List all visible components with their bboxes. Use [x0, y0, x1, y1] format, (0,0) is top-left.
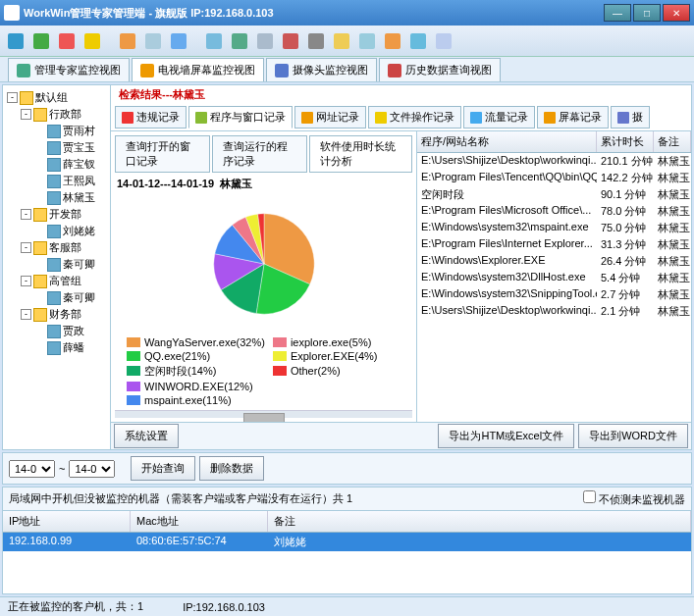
bottom-header: 局域网中开机但没被监控的机器（需装客户端或客户端没有在运行）共 1 [9, 491, 583, 506]
legend-item [273, 381, 400, 392]
tool-10[interactable] [253, 29, 277, 53]
tree-panel: -默认组-行政部贾雨村贾宝玉薛宝钗王熙凤林黛玉-开发部刘姥姥-客服部秦可卿-高管… [3, 85, 111, 449]
legend-item: iexplore.exe(5%) [273, 336, 400, 348]
status-left: 正在被监控的客户机，共：1 [8, 599, 143, 614]
h-scrollbar[interactable] [115, 410, 412, 418]
table-row[interactable]: 192.168.0.99 08:60:6E:57:5C:74 刘姥姥 [3, 533, 691, 551]
tool-8[interactable] [202, 29, 226, 53]
minimize-button[interactable]: — [604, 4, 631, 22]
tool-9[interactable] [228, 29, 251, 53]
tree-node[interactable]: 贾宝玉 [7, 139, 106, 156]
tree-node[interactable]: 林黛玉 [7, 189, 106, 206]
bottom-controls: 系统设置 导出为HTM或Excel文件 导出到WORD文件 [111, 422, 691, 449]
data-row[interactable]: E:\Windows\Explorer.EXE26.4 分钟林黛玉 [417, 253, 691, 270]
tool-13[interactable] [330, 29, 353, 53]
sub-tab-5[interactable]: 屏幕记录 [537, 106, 609, 128]
tool-11[interactable] [279, 29, 302, 53]
legend-item: Explorer.EXE(4%) [273, 350, 400, 362]
data-row[interactable]: E:\Program Files\Tencent\QQ\bin\QQ...142… [417, 170, 691, 186]
sub-tab-3[interactable]: 文件操作记录 [368, 106, 461, 128]
export-htm-button[interactable]: 导出为HTM或Excel文件 [438, 424, 574, 448]
sub-tabs: 违规记录程序与窗口记录网址记录文件操作记录流量记录屏幕记录摄 [111, 104, 691, 131]
col-note[interactable]: 备注 [654, 131, 691, 152]
date-to-select[interactable]: 14-0 [69, 460, 115, 478]
main-tab-3[interactable]: 历史数据查询视图 [379, 58, 501, 81]
main-tabs: 管理专家监控视图电视墙屏幕监控视图摄像头监控视图历史数据查询视图 [0, 57, 694, 82]
data-row[interactable]: E:\Users\Shijize\Desktop\workwinqi...2.1… [417, 303, 691, 320]
tree-node[interactable]: 王熙凤 [7, 173, 106, 189]
sub-tab-0[interactable]: 违规记录 [115, 106, 187, 128]
opt-tab-1[interactable]: 查询运行的程序记录 [212, 135, 307, 173]
legend-item: WangYaServer.exe(32%) [127, 336, 265, 348]
window-title: WorkWin管理专家管理端 - 旗舰版 IP:192.168.0.103 [24, 6, 604, 21]
no-detect-checkbox[interactable]: 不侦测未监视机器 [583, 490, 685, 507]
date-from-select[interactable]: 14-0 [9, 460, 55, 478]
date-range: 14-01-12---14-01-19 林黛玉 [115, 173, 412, 195]
tool-6[interactable] [141, 29, 165, 53]
tool-14[interactable] [355, 29, 379, 53]
titlebar: WorkWin管理专家管理端 - 旗舰版 IP:192.168.0.103 — … [0, 0, 694, 26]
sub-tab-1[interactable]: 程序与窗口记录 [188, 106, 293, 128]
start-query-button[interactable]: 开始查询 [131, 456, 195, 481]
col-remark[interactable]: 备注 [268, 511, 691, 532]
data-row[interactable]: E:\Users\Shijize\Desktop\workwinqi...210… [417, 153, 691, 170]
col-ip[interactable]: IP地址 [3, 511, 131, 532]
tree-node[interactable]: 秦可卿 [7, 256, 106, 273]
tree-node[interactable]: -财务部 [7, 306, 106, 323]
tree-node[interactable]: -客服部 [7, 239, 106, 256]
data-row[interactable]: 空闲时段90.1 分钟林黛玉 [417, 186, 691, 203]
tool-16[interactable] [406, 29, 430, 53]
search-result: 检索结果---林黛玉 [111, 85, 691, 104]
main-tab-0[interactable]: 管理专家监控视图 [8, 58, 130, 81]
tool-7[interactable] [167, 29, 190, 53]
maximize-button[interactable]: □ [633, 4, 661, 22]
legend-item: 空闲时段(14%) [127, 364, 265, 379]
data-row[interactable]: E:\Program Files\Internet Explorer...31.… [417, 236, 691, 253]
delete-data-button[interactable]: 删除数据 [199, 456, 264, 481]
tool-12[interactable] [304, 29, 328, 53]
opt-tab-0[interactable]: 查询打开的窗口记录 [115, 135, 210, 173]
data-row[interactable]: E:\Windows\system32\DllHost.exe5.4 分钟林黛玉 [417, 270, 691, 286]
tree-node[interactable]: 薛宝钗 [7, 156, 106, 173]
tool-4[interactable] [80, 29, 104, 53]
opt-tab-2[interactable]: 软件使用时长统计分析 [309, 135, 412, 173]
pie-chart [156, 201, 372, 327]
col-mac[interactable]: Mac地址 [131, 511, 268, 532]
chart-area: 查询打开的窗口记录查询运行的程序记录软件使用时长统计分析 14-01-12---… [111, 131, 416, 422]
tree-node[interactable]: 薛蟠 [7, 339, 106, 356]
tool-5[interactable] [116, 29, 139, 53]
tool-3[interactable] [55, 29, 79, 53]
data-row[interactable]: E:\Windows\system32\mspaint.exe75.0 分钟林黛… [417, 220, 691, 236]
data-row[interactable]: E:\Windows\system32\SnippingTool.exe2.7 … [417, 286, 691, 303]
tree-node[interactable]: -开发部 [7, 206, 106, 223]
content-area: 检索结果---林黛玉 违规记录程序与窗口记录网址记录文件操作记录流量记录屏幕记录… [111, 85, 691, 449]
tool-2[interactable] [29, 29, 53, 53]
sub-tab-6[interactable]: 摄 [611, 106, 650, 128]
legend-item: Other(2%) [273, 364, 400, 379]
tree-node[interactable]: 贾雨村 [7, 123, 106, 139]
legend-item: WINWORD.EXE(12%) [127, 381, 265, 392]
tree-node[interactable]: 贾政 [7, 323, 106, 339]
tree-node[interactable]: 刘姥姥 [7, 223, 106, 239]
data-row[interactable]: E:\Program Files\Microsoft Office\...78.… [417, 203, 691, 220]
sub-tab-2[interactable]: 网址记录 [294, 106, 366, 128]
col-program[interactable]: 程序/网站名称 [417, 131, 597, 152]
tree-node[interactable]: -默认组 [7, 89, 106, 106]
tool-15[interactable] [381, 29, 404, 53]
syscfg-button[interactable]: 系统设置 [114, 424, 179, 448]
tree-node[interactable]: 秦可卿 [7, 289, 106, 306]
col-time[interactable]: 累计时长 [597, 131, 654, 152]
app-icon [4, 5, 20, 21]
tool-1[interactable] [4, 29, 27, 53]
main-tab-1[interactable]: 电视墙屏幕监控视图 [132, 58, 264, 81]
close-button[interactable]: ✕ [663, 4, 690, 22]
legend-item: mspaint.exe(11%) [127, 394, 265, 406]
tree-node[interactable]: -高管组 [7, 273, 106, 289]
tree-node[interactable]: -行政部 [7, 106, 106, 123]
legend: WangYaServer.exe(32%)iexplore.exe(5%)QQ.… [115, 333, 412, 410]
status-bar: 正在被监控的客户机，共：1 IP:192.168.0.103 [0, 596, 694, 616]
export-word-button[interactable]: 导出到WORD文件 [578, 424, 688, 448]
sub-tab-4[interactable]: 流量记录 [463, 106, 535, 128]
tool-17[interactable] [432, 29, 455, 53]
main-tab-2[interactable]: 摄像头监控视图 [266, 58, 377, 81]
